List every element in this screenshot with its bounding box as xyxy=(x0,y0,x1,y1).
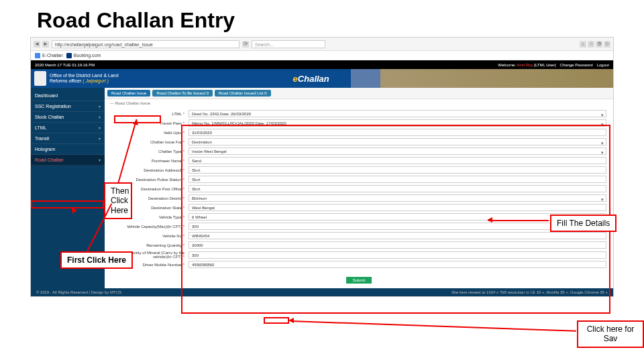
sidebar-item-ltml[interactable]: LTML▾ xyxy=(31,123,105,133)
tab-road-challan-issue[interactable]: Road Challan Issue xyxy=(107,90,150,97)
label-vno: Vehicle No * xyxy=(111,234,189,238)
footer-left: © 2019 . All Rights Reserved | Design by… xyxy=(36,290,121,294)
fav-booking[interactable]: Booking.com xyxy=(66,53,101,58)
office-title: Office of the District Land & Land Refor… xyxy=(50,73,119,83)
fav-echallan[interactable]: E-Challan xyxy=(35,53,63,58)
label-transit: Transit Pass * xyxy=(111,121,189,125)
forward-icon[interactable]: ► xyxy=(42,41,49,48)
input-pname[interactable]: Sand xyxy=(189,157,606,164)
form-area: LTML *Deed No. 2342,Date: 26/03/2020▾ Tr… xyxy=(105,107,613,288)
echallan-logo: eChallan xyxy=(293,74,329,84)
select-issuefor[interactable]: Destination▾ xyxy=(189,138,606,145)
input-dpo[interactable]: Slurt xyxy=(189,185,606,192)
label-ltml: LTML * xyxy=(111,112,189,116)
browser-address-bar: ◄ ► http://echallanjalpaiguri.org/road_c… xyxy=(31,38,613,51)
page-footer: © 2019 . All Rights Reserved | Design by… xyxy=(31,288,613,296)
smile-icon[interactable]: ☺ xyxy=(604,41,610,48)
label-rqty: Remaining Quantity * xyxy=(111,243,189,247)
fav-label: E-Challan xyxy=(42,53,63,58)
breadcrumb: — Road Challan Issue xyxy=(105,99,613,107)
sidebar-item-stock[interactable]: Stock Challan▾ xyxy=(31,112,105,123)
label-issuefor: Challan Issue For * xyxy=(111,140,189,144)
label-ctype: Challan Type * xyxy=(111,149,189,154)
label-vcap: Vehicle Capacity(Max)(In CFT) * xyxy=(111,225,189,229)
refresh-icon[interactable]: ⟳ xyxy=(242,41,249,48)
search-field[interactable]: Search... xyxy=(252,40,325,48)
sidebar-item-road-challan[interactable]: Road Challan▾ xyxy=(31,155,105,166)
logout-link[interactable]: Logout xyxy=(597,63,609,67)
chevron-down-icon: ▾ xyxy=(99,125,101,130)
slide-title: Road Challan Entry xyxy=(0,0,644,38)
welcome-text: Welcome: Amit Roy [LTML User] xyxy=(498,63,555,67)
sidebar-item-transit[interactable]: Transit▾ xyxy=(31,133,105,144)
chevron-down-icon: ▾ xyxy=(99,136,101,141)
chevron-down-icon: ▾ xyxy=(99,104,101,109)
chevron-down-icon: ▾ xyxy=(601,139,604,147)
callout-then-click: Then Click Here xyxy=(104,182,132,219)
select-ltml[interactable]: Deed No. 2342,Date: 26/03/2020▾ xyxy=(189,110,606,117)
site-icon xyxy=(66,53,72,58)
input-valid[interactable]: 31/03/2020 xyxy=(189,129,606,136)
callout-first-click: First Click Here xyxy=(60,251,133,269)
label-daddr: Destination Address1 * xyxy=(111,168,189,172)
chevron-down-icon: ▾ xyxy=(99,115,101,119)
nav-icons: ◄ ► xyxy=(34,41,49,48)
sidebar-item-hologram[interactable]: Hologram xyxy=(31,144,105,155)
back-icon[interactable]: ◄ xyxy=(34,41,40,48)
callout-click-save: Click here for Sav xyxy=(577,320,644,348)
select-transit[interactable]: Memo No. 1/MM/DLLRO/JAL/2020,Date: 17/03… xyxy=(189,119,606,127)
input-dmob[interactable]: 4956580860 xyxy=(189,261,606,268)
datetime: 2020 March 17 TUE 01:19:16 PM xyxy=(35,63,95,67)
submit-button[interactable]: Submit xyxy=(346,277,372,284)
home-icon[interactable]: ⌂ xyxy=(580,41,586,48)
input-rqty[interactable]: 20000 xyxy=(189,241,606,249)
tab-row: Road Challan Issue Road Challan To Be Is… xyxy=(105,88,613,99)
label-dps: Destination Police Station * xyxy=(111,178,189,182)
select-ctype[interactable]: Inside West Bengal▾ xyxy=(189,147,606,155)
arrow-line xyxy=(291,320,576,332)
header-strip: Office of the District Land & Land Refor… xyxy=(31,69,613,88)
arrowhead-icon xyxy=(288,318,294,323)
label-valid: Valid Upto * xyxy=(111,131,189,135)
gear-icon[interactable]: ⚙ xyxy=(596,41,602,48)
annotation-box-submit xyxy=(264,317,289,324)
input-qmin[interactable]: 300 xyxy=(189,251,606,259)
sidebar-item-dashboard[interactable]: Dashboard xyxy=(31,90,105,101)
tab-to-be-issued[interactable]: Road Challan To Be Issued 0 xyxy=(152,90,213,97)
input-vno[interactable]: WB45454 xyxy=(189,232,606,239)
main-panel: Road Challan Issue Road Challan To Be Is… xyxy=(105,88,613,288)
chevron-down-icon: ▾ xyxy=(601,196,604,203)
chevron-down-icon: ▾ xyxy=(601,121,604,128)
select-vtype[interactable]: 6 Wheel▾ xyxy=(189,213,606,221)
change-password-link[interactable]: Change Password xyxy=(560,63,593,67)
browser-right-icons: ⌂ ☆ ⚙ ☺ xyxy=(580,41,610,48)
fav-label: Booking.com xyxy=(74,53,101,58)
input-vcap[interactable]: 300 xyxy=(189,223,606,230)
select-ddist[interactable]: Birbhum▾ xyxy=(189,194,606,202)
url-field[interactable]: http://echallanjalpaiguri.org/road_chall… xyxy=(52,40,239,48)
chevron-down-icon: ▾ xyxy=(99,158,101,162)
input-dstate[interactable]: West Bengal xyxy=(189,204,606,211)
callout-fill-details: Fill The Details xyxy=(550,215,616,232)
label-pname: Purchaser Name * xyxy=(111,159,189,163)
footer-right: Site best viewed at 1024 x 768 resolutio… xyxy=(451,290,608,294)
site-icon xyxy=(35,53,40,58)
chevron-down-icon: ▾ xyxy=(601,111,604,119)
sidebar-item-ssc[interactable]: SSC Registration▾ xyxy=(31,101,105,112)
input-dps[interactable]: Slurt xyxy=(189,176,606,183)
govt-emblem-icon xyxy=(34,71,46,86)
favorites-bar: E-Challan Booking.com xyxy=(31,51,613,60)
chevron-down-icon: ▾ xyxy=(601,149,604,156)
page-topbar: 2020 March 17 TUE 01:19:16 PM Welcome: A… xyxy=(31,60,613,69)
star-icon[interactable]: ☆ xyxy=(588,41,594,48)
tab-issued-list[interactable]: Road Challan Issued List 0 xyxy=(215,90,271,97)
topbar-right: Welcome: Amit Roy [LTML User] Change Pas… xyxy=(498,63,609,67)
input-daddr[interactable]: Slurt xyxy=(189,166,606,174)
